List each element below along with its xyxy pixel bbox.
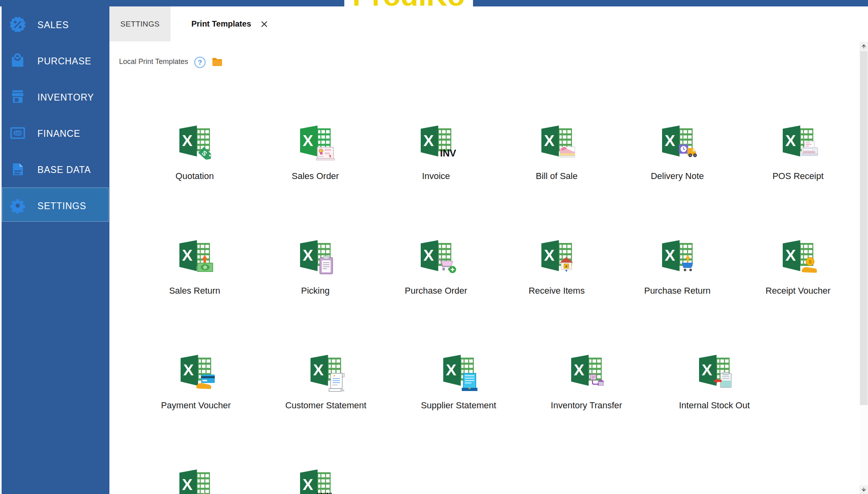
svg-text:INV: INV (440, 148, 456, 158)
svg-text:?: ? (198, 59, 202, 66)
svg-text:$: $ (808, 259, 812, 265)
svg-text:100: 100 (14, 131, 21, 136)
